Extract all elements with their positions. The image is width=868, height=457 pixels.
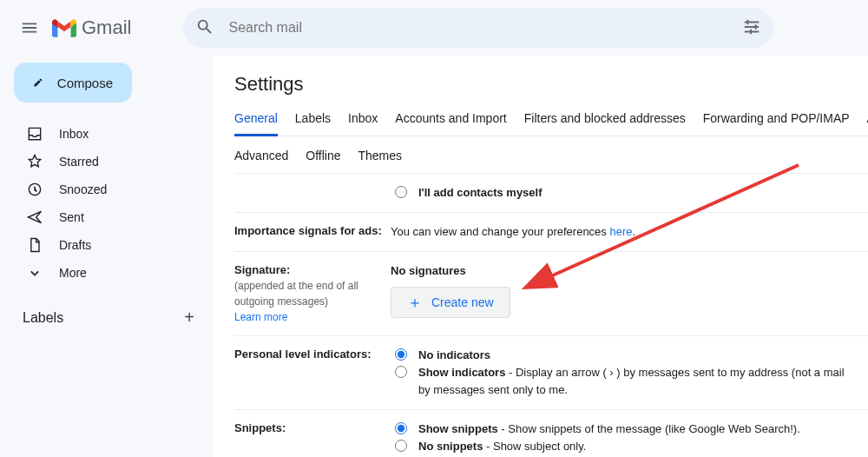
main-menu-button[interactable] (9, 7, 50, 49)
svg-rect-4 (755, 24, 757, 30)
radio-input[interactable] (395, 186, 407, 198)
sidebar: Compose Inbox Starred Snoozed Sent Draft… (0, 56, 214, 457)
svg-rect-1 (745, 26, 760, 28)
tab-inbox[interactable]: Inbox (348, 111, 378, 136)
settings-tabs: General Labels Inbox Accounts and Import… (234, 111, 868, 174)
file-icon (26, 236, 43, 254)
tab-forwarding[interactable]: Forwarding and POP/IMAP (703, 111, 850, 136)
create-signature-button[interactable]: ＋ Create new (391, 287, 510, 318)
signature-learn-more-link[interactable]: Learn more (234, 311, 287, 323)
gmail-logo-icon (52, 18, 76, 37)
radio-input[interactable] (395, 422, 407, 434)
clock-icon (26, 181, 43, 198)
hamburger-icon (20, 18, 39, 37)
tab-filters[interactable]: Filters and blocked addresses (524, 111, 686, 136)
tab-advanced[interactable]: Advanced (234, 149, 288, 162)
add-label-button[interactable]: + (184, 308, 194, 328)
radio-input[interactable] (395, 440, 407, 452)
page-title: Settings (234, 73, 868, 96)
contacts-manual-option[interactable]: I'll add contacts myself (391, 184, 868, 202)
nav-more[interactable]: More (9, 259, 214, 287)
svg-rect-5 (751, 29, 753, 34)
brand[interactable]: Gmail (52, 17, 131, 39)
settings-panel: Settings General Labels Inbox Accounts a… (214, 56, 868, 457)
search-icon[interactable] (195, 17, 214, 39)
nav-sent[interactable]: Sent (9, 203, 214, 231)
tab-offline[interactable]: Offline (306, 149, 340, 162)
no-signatures-text: No signatures (391, 264, 466, 277)
signature-sublabel: (appended at the end of all outgoing mes… (234, 280, 358, 308)
compose-button[interactable]: Compose (14, 63, 132, 103)
send-icon (26, 209, 43, 226)
pli-show-indicators-option[interactable]: Show indicators - Display an arrow ( › )… (391, 364, 868, 399)
snippets-hide-option[interactable]: No snippets - Show subject only. (391, 438, 868, 455)
nav-snoozed[interactable]: Snoozed (9, 176, 214, 203)
pli-no-indicators-option[interactable]: No indicators (391, 347, 868, 364)
inbox-icon (26, 125, 43, 142)
nav-drafts[interactable]: Drafts (9, 231, 214, 259)
brand-name: Gmail (82, 17, 131, 39)
search-bar[interactable] (183, 8, 773, 48)
chevron-down-icon (26, 264, 43, 281)
search-input[interactable] (227, 19, 742, 36)
tab-labels[interactable]: Labels (295, 111, 331, 136)
importance-label: Importance signals for ads: (234, 223, 391, 241)
signature-label: Signature: (234, 263, 290, 276)
svg-rect-3 (747, 19, 749, 24)
svg-rect-0 (745, 21, 760, 23)
pencil-icon (33, 74, 43, 91)
pli-label: Personal level indicators: (234, 347, 391, 399)
snippets-label: Snippets: (234, 421, 391, 455)
nav-starred[interactable]: Starred (9, 148, 214, 176)
tab-general[interactable]: General (234, 111, 278, 136)
compose-label: Compose (57, 76, 113, 90)
tab-accounts[interactable]: Accounts and Import (395, 111, 506, 136)
importance-here-link[interactable]: here (609, 225, 632, 238)
search-options-icon[interactable] (742, 17, 761, 39)
radio-input[interactable] (395, 366, 407, 378)
radio-input[interactable] (395, 348, 407, 361)
snippets-show-option[interactable]: Show snippets - Show snippets of the mes… (391, 421, 868, 438)
labels-header: Labels (23, 310, 63, 326)
nav-inbox[interactable]: Inbox (9, 120, 214, 148)
tab-themes[interactable]: Themes (358, 149, 403, 162)
star-icon (26, 153, 43, 170)
